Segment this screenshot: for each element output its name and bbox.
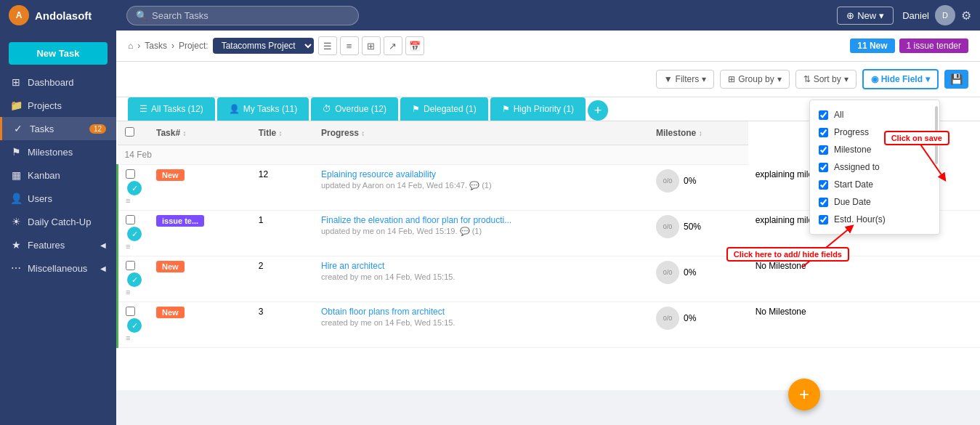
user-name: Daniel	[902, 10, 929, 21]
row-task-meta: updated by me on 14 Feb, Wed 15:19. 💬 (1…	[321, 227, 641, 236]
filters-button[interactable]: ▼ Filters ▾	[656, 70, 715, 89]
tab-delegated[interactable]: ⚑ Delegated (1)	[400, 97, 488, 121]
gear-icon[interactable]: ⚙	[961, 9, 971, 23]
status-badges: 11 New 1 issue tender	[850, 39, 968, 53]
col-progress[interactable]: Progress ↕	[314, 121, 649, 145]
sidebar-item-projects[interactable]: 📁 Projects	[0, 94, 116, 117]
progress-value: 0%	[684, 313, 696, 323]
sidebar-label-projects: Projects	[28, 100, 62, 111]
sidebar-label-milestones: Milestones	[28, 147, 73, 158]
sidebar-item-daily-catchup[interactable]: ☀ Daily Catch-Up	[0, 210, 116, 233]
content-area: ⌂ › Tasks › Project: Tatacomms Project ☰…	[116, 31, 980, 425]
sidebar-item-miscellaneous[interactable]: ⋯ Miscellaneous ◀	[0, 256, 116, 280]
row-status-tag: issue te...	[156, 215, 204, 227]
annotation-click-add: Click here to add/ hide fields	[726, 247, 849, 262]
row-status-icon[interactable]: ✓	[127, 272, 142, 287]
row-status-icon[interactable]: ✓	[127, 181, 142, 195]
col-title[interactable]: Title ↕	[251, 121, 314, 145]
row-task-title[interactable]: Finalize the elevation and floor plan fo…	[321, 215, 641, 225]
sidebar-item-tasks[interactable]: ✓ Tasks 12	[0, 117, 116, 140]
breadcrumb-tasks[interactable]: Tasks	[145, 41, 167, 51]
filter-icon: ▼	[664, 74, 673, 84]
grid-view-icon[interactable]: ⊞	[362, 36, 381, 55]
dropdown-item-all[interactable]: All	[810, 106, 939, 124]
tab-high-priority[interactable]: ⚑ High Priority (1)	[490, 97, 586, 121]
row-checkbox[interactable]	[126, 261, 135, 270]
save-button[interactable]: 💾	[944, 70, 968, 89]
tab-my-tasks[interactable]: 👤 My Tasks (11)	[217, 97, 309, 121]
row-task-title[interactable]: Obtain floor plans from architect	[321, 307, 641, 317]
row-checkbox-cell: ✓ ≡	[118, 302, 150, 348]
row-title-cell: Obtain floor plans from architect create…	[314, 302, 649, 348]
milestones-icon: ⚑	[10, 146, 22, 158]
my-tasks-icon: 👤	[229, 104, 240, 114]
projects-icon: 📁	[10, 100, 22, 111]
project-select[interactable]: Tatacomms Project	[213, 38, 314, 54]
row-task-title[interactable]: Eplaining resource availability	[321, 169, 641, 179]
row-checkbox[interactable]	[126, 169, 135, 179]
dropdown-item-assigned-to[interactable]: Assigned to	[810, 158, 939, 176]
detail-view-icon[interactable]: ≡	[340, 36, 359, 55]
select-all-checkbox[interactable]	[125, 127, 134, 137]
breadcrumb-sep1: ›	[137, 41, 140, 51]
sidebar-item-milestones[interactable]: ⚑ Milestones	[0, 140, 116, 163]
high-priority-icon: ⚑	[502, 104, 510, 114]
search-bar[interactable]: 🔍	[126, 6, 359, 25]
breadcrumb-sep2: ›	[171, 41, 174, 51]
row-task-title[interactable]: Hire an architect	[321, 261, 641, 271]
row-checkbox[interactable]	[126, 307, 135, 316]
row-bar-icon: ≡	[126, 196, 130, 205]
new-top-button[interactable]: ⊕ New ▾	[837, 7, 894, 25]
progress-value: 0%	[684, 267, 696, 278]
sidebar-item-features[interactable]: ★ Features ◀	[0, 233, 116, 256]
checkbox-milestone[interactable]	[819, 145, 828, 155]
chevron-down-icon: ▾	[879, 10, 884, 21]
search-input[interactable]	[152, 10, 349, 21]
hide-field-button[interactable]: ◉ Hide Field ▾	[862, 69, 939, 89]
checkbox-start-date[interactable]	[819, 180, 828, 190]
row-task-meta: created by me on 14 Feb, Wed 15:15.	[321, 318, 641, 327]
sidebar-item-users[interactable]: 👤 Users	[0, 187, 116, 210]
calendar-view-icon[interactable]: 📅	[405, 36, 424, 55]
row-checkbox[interactable]	[126, 215, 135, 224]
add-tab-button[interactable]: +	[588, 100, 608, 121]
sidebar-item-kanban[interactable]: ▦ Kanban	[0, 163, 116, 187]
progress-circle: 0/0	[656, 215, 679, 238]
checkbox-assigned-to[interactable]	[819, 163, 828, 172]
fab-add-button[interactable]: +	[788, 379, 820, 410]
col-milestone[interactable]: Milestone ↕	[649, 121, 748, 145]
breadcrumb: ⌂ › Tasks › Project: Tatacomms Project ☰…	[116, 31, 980, 62]
home-icon[interactable]: ⌂	[128, 41, 133, 51]
progress-circle: 0/0	[656, 261, 679, 284]
tab-overdue[interactable]: ⏱ Overdue (12)	[311, 97, 398, 121]
hide-chevron-icon: ▾	[926, 74, 930, 84]
dropdown-item-start-date[interactable]: Start Date	[810, 176, 939, 193]
dropdown-item-estd-hours[interactable]: Estd. Hour(s)	[810, 211, 939, 228]
checkbox-progress[interactable]	[819, 128, 828, 137]
dropdown-scroll: All Progress Milestone Assigned to	[810, 106, 939, 228]
group-by-button[interactable]: ⊞ Group by ▾	[720, 70, 789, 89]
dropdown-item-due-date[interactable]: Due Date	[810, 193, 939, 211]
row-progress-cell: 0/0 0%	[649, 256, 748, 302]
checkbox-all[interactable]	[819, 110, 828, 120]
checkbox-due-date[interactable]	[819, 198, 828, 207]
row-status-icon[interactable]: ✓	[127, 227, 142, 241]
checkbox-estd-hours[interactable]	[819, 215, 828, 224]
groupby-icon: ⊞	[728, 74, 735, 84]
row-bar-icon: ≡	[126, 288, 130, 296]
col-task-num[interactable]: Task# ↕	[149, 121, 251, 145]
sidebar-label-users: Users	[28, 193, 52, 204]
table-row: ✓ ≡ New 3 Obtain floor plans from archit…	[118, 302, 981, 348]
row-status-tag: New	[156, 169, 185, 181]
row-status-icon[interactable]: ✓	[127, 318, 142, 333]
sidebar-item-dashboard[interactable]: ⊞ Dashboard	[0, 70, 116, 94]
new-task-button[interactable]: New Task	[9, 42, 108, 65]
sidebar-label-misc: Miscellaneous	[28, 263, 87, 274]
chart-view-icon[interactable]: ↗	[384, 36, 402, 55]
sidebar-label-catchup: Daily Catch-Up	[28, 216, 91, 227]
row-title-cell: Eplaining resource availability updated …	[314, 165, 649, 211]
list-view-icon[interactable]: ☰	[318, 36, 337, 55]
nav-right: ⊕ New ▾ Daniel D ⚙	[837, 5, 971, 25]
tab-all-tasks[interactable]: ☰ All Tasks (12)	[128, 97, 215, 121]
sort-by-button[interactable]: ⇅ Sort by ▾	[795, 70, 857, 89]
